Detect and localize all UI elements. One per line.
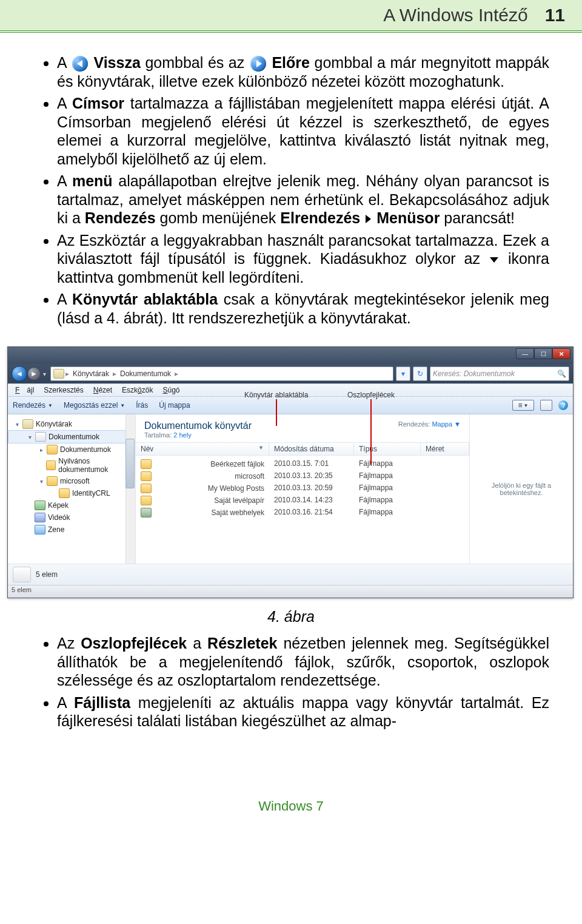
txt: A	[57, 95, 72, 112]
expand-icon[interactable]: ▾	[14, 421, 20, 428]
nav-item-label: Dokumentumok	[48, 433, 99, 441]
window-titlebar[interactable]: — ☐ ✕	[8, 347, 573, 364]
minimize-button[interactable]: —	[516, 348, 534, 359]
page-number: 11	[539, 4, 571, 27]
file-size	[421, 483, 469, 494]
breadcrumb-sep[interactable]: ▸	[113, 369, 116, 378]
txt: Elrendezés	[280, 209, 360, 226]
file-size	[421, 495, 469, 506]
col-name[interactable]: Név▼	[136, 443, 269, 455]
file-row[interactable]: My Weblog Posts2010.03.13. 20:59Fájlmapp…	[136, 482, 469, 494]
txt: Név	[141, 445, 153, 453]
address-bar-row: ◄ ► ▾ ▸ Könyvtárak ▸ Dokumentumok ▸ ▾ ↻ …	[8, 364, 573, 383]
menu-edit[interactable]: Szerkesztés	[40, 386, 87, 394]
bullet-menu: A menü alapállapotban elrejtve jelenik m…	[57, 172, 549, 228]
txt: Előre	[272, 54, 310, 71]
dropdown-icon: ▼	[120, 403, 125, 408]
file-type: Fájlmappa	[354, 471, 421, 482]
breadcrumb[interactable]: ▸ Könyvtárak ▸ Dokumentumok ▸	[50, 366, 393, 381]
bullet-library-pane: A Könyvtár ablaktábla csak a könyvtárak …	[57, 290, 549, 327]
expand-icon[interactable]: ▾	[27, 434, 33, 440]
nav-item[interactable]: IdentityCRL	[8, 487, 135, 499]
view-mode-button[interactable]: ≡ ▼	[512, 400, 534, 411]
nav-item[interactable]: ▾microsoft	[8, 475, 135, 487]
menu-file[interactable]: Fájl	[12, 386, 38, 394]
file-date: 2010.03.15. 7:01	[269, 459, 354, 470]
nav-item[interactable]: ▾Könyvtárak	[8, 418, 135, 430]
file-row[interactable]: Saját levélpapír2010.03.14. 14:23Fájlmap…	[136, 494, 469, 507]
search-placeholder: Keresés: Dokumentumok	[433, 369, 515, 378]
nav-item-label: Zene	[48, 525, 64, 534]
expand-icon[interactable]: ▸	[38, 447, 44, 453]
menu-view[interactable]: Nézet	[90, 386, 116, 394]
col-date[interactable]: Módosítás dátuma	[269, 443, 354, 455]
main-pane: Dokumentumok könyvtár Tartalma: 2 hely R…	[136, 414, 469, 564]
menu-help[interactable]: Súgó	[159, 386, 183, 394]
nav-forward-button[interactable]: ►	[27, 367, 41, 380]
file-type: Fájlmappa	[354, 495, 421, 506]
menu-bar[interactable]: Fájl Szerkesztés Nézet Eszközök Súgó	[8, 383, 573, 397]
burn-button[interactable]: Írás	[136, 401, 148, 410]
nav-item[interactable]: ▸Dokumentumok	[8, 443, 135, 456]
expand-icon[interactable]: ▾	[38, 478, 44, 485]
nav-scrollbar[interactable]	[125, 414, 135, 564]
refresh-button[interactable]: ↻	[413, 366, 427, 381]
col-type[interactable]: Típus	[354, 443, 421, 455]
file-type: Fájlmappa	[354, 483, 421, 494]
nav-item[interactable]: Képek	[8, 499, 135, 511]
col-size[interactable]: Méret	[421, 443, 469, 455]
menu-tools[interactable]: Eszközök	[118, 386, 156, 394]
submenu-arrow-icon	[366, 215, 371, 223]
figure-caption: 4. ábra	[0, 608, 582, 626]
fold-icon	[141, 496, 152, 505]
breadcrumb-sep[interactable]: ▸	[175, 369, 178, 378]
file-row[interactable]: Saját webhelyek2010.03.16. 21:54Fájlmapp…	[136, 507, 469, 519]
breadcrumb-sep[interactable]: ▸	[65, 369, 69, 378]
file-row[interactable]: Beérkezett fájlok2010.03.15. 7:01Fájlmap…	[136, 458, 469, 470]
maximize-button[interactable]: ☐	[534, 348, 552, 359]
txt: Címsor	[72, 95, 124, 112]
preview-pane-button[interactable]	[540, 400, 552, 411]
arrange-by-value[interactable]: Mappa ▼	[432, 420, 461, 428]
column-headers[interactable]: Név▼ Módosítás dátuma Típus Méret	[136, 442, 469, 456]
file-name: Beérkezett fájlok	[210, 460, 264, 468]
fold-icon	[141, 459, 152, 469]
nav-item-label: Nyilvános dokumentumok	[58, 457, 133, 474]
file-date: 2010.03.16. 21:54	[269, 507, 354, 518]
organize-button[interactable]: Rendezés ▼	[13, 401, 53, 410]
nav-scroll-thumb[interactable]	[125, 439, 135, 488]
txt: Oszlopfejlécek	[81, 635, 187, 652]
lbl: Megosztás ezzel	[64, 401, 118, 410]
search-input[interactable]: Keresés: Dokumentumok 🔍	[430, 366, 569, 381]
nav-history-dropdown[interactable]: ▾	[41, 371, 48, 377]
file-row[interactable]: microsoft2010.03.13. 20:35Fájlmappa	[136, 470, 469, 482]
file-list[interactable]: Beérkezett fájlok2010.03.15. 7:01Fájlmap…	[136, 456, 469, 519]
arrange-by[interactable]: Rendezés: Mappa ▼	[398, 420, 461, 428]
txt: megjeleníti az aktuális mappa vagy könyv…	[57, 694, 549, 730]
vid-icon	[35, 513, 45, 522]
txt: Az	[57, 635, 81, 652]
file-name: Saját webhelyek	[212, 508, 264, 517]
library-locations-link[interactable]: 2 hely	[173, 431, 191, 439]
nav-item-label: Dokumentumok	[60, 445, 111, 454]
txt: Mappa	[432, 420, 452, 428]
lbl: Írás	[136, 401, 148, 410]
help-button[interactable]: ?	[558, 400, 568, 410]
file-type: Fájlmappa	[354, 507, 421, 518]
close-button[interactable]: ✕	[552, 348, 570, 359]
share-button[interactable]: Megosztás ezzel ▼	[64, 401, 125, 410]
nav-item[interactable]: Videók	[8, 511, 135, 524]
file-name: Saját levélpapír	[214, 496, 264, 505]
nav-back-button[interactable]: ◄	[12, 366, 27, 382]
refresh-dropdown-button[interactable]: ▾	[396, 366, 410, 381]
nav-item[interactable]: Zene	[8, 524, 135, 536]
library-subtitle: Tartalma: 2 hely	[144, 431, 252, 439]
breadcrumb-seg[interactable]: Könyvtárak	[70, 369, 112, 378]
navigation-pane[interactable]: ▾Könyvtárak▾Dokumentumok▸DokumentumokNyi…	[8, 414, 136, 564]
web-icon	[141, 508, 152, 518]
nav-item[interactable]: Nyilvános dokumentumok	[8, 456, 135, 475]
new-folder-button[interactable]: Új mappa	[159, 401, 190, 410]
breadcrumb-seg[interactable]: Dokumentumok	[118, 369, 173, 378]
page-footer: Windows 7	[0, 798, 582, 814]
nav-item[interactable]: ▾Dokumentumok	[8, 430, 135, 443]
